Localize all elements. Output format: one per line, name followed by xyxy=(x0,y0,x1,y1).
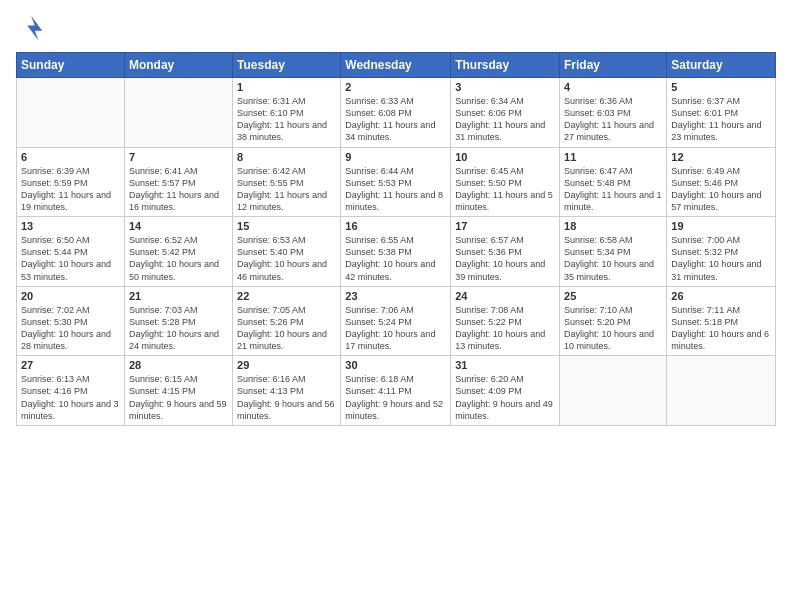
day-info: Sunrise: 7:08 AM Sunset: 5:22 PM Dayligh… xyxy=(455,304,555,353)
day-info: Sunrise: 6:34 AM Sunset: 6:06 PM Dayligh… xyxy=(455,95,555,144)
calendar-cell xyxy=(17,78,125,148)
day-number: 9 xyxy=(345,151,446,163)
day-info: Sunrise: 6:33 AM Sunset: 6:08 PM Dayligh… xyxy=(345,95,446,144)
calendar-week-1: 6Sunrise: 6:39 AM Sunset: 5:59 PM Daylig… xyxy=(17,147,776,217)
page: SundayMondayTuesdayWednesdayThursdayFrid… xyxy=(0,0,792,612)
day-info: Sunrise: 6:47 AM Sunset: 5:48 PM Dayligh… xyxy=(564,165,662,214)
day-number: 21 xyxy=(129,290,228,302)
logo-icon xyxy=(16,12,46,42)
day-number: 24 xyxy=(455,290,555,302)
calendar-header-sunday: Sunday xyxy=(17,53,125,78)
calendar-cell: 28Sunrise: 6:15 AM Sunset: 4:15 PM Dayli… xyxy=(124,356,232,426)
day-info: Sunrise: 6:37 AM Sunset: 6:01 PM Dayligh… xyxy=(671,95,771,144)
day-number: 27 xyxy=(21,359,120,371)
calendar-cell: 24Sunrise: 7:08 AM Sunset: 5:22 PM Dayli… xyxy=(451,286,560,356)
day-number: 10 xyxy=(455,151,555,163)
calendar-cell: 2Sunrise: 6:33 AM Sunset: 6:08 PM Daylig… xyxy=(341,78,451,148)
calendar-week-4: 27Sunrise: 6:13 AM Sunset: 4:16 PM Dayli… xyxy=(17,356,776,426)
day-info: Sunrise: 6:58 AM Sunset: 5:34 PM Dayligh… xyxy=(564,234,662,283)
day-number: 13 xyxy=(21,220,120,232)
day-number: 14 xyxy=(129,220,228,232)
calendar-cell: 25Sunrise: 7:10 AM Sunset: 5:20 PM Dayli… xyxy=(560,286,667,356)
day-info: Sunrise: 6:31 AM Sunset: 6:10 PM Dayligh… xyxy=(237,95,336,144)
day-number: 4 xyxy=(564,81,662,93)
calendar: SundayMondayTuesdayWednesdayThursdayFrid… xyxy=(16,52,776,426)
calendar-header-tuesday: Tuesday xyxy=(233,53,341,78)
calendar-cell: 5Sunrise: 6:37 AM Sunset: 6:01 PM Daylig… xyxy=(667,78,776,148)
calendar-cell: 13Sunrise: 6:50 AM Sunset: 5:44 PM Dayli… xyxy=(17,217,125,287)
calendar-cell: 19Sunrise: 7:00 AM Sunset: 5:32 PM Dayli… xyxy=(667,217,776,287)
day-number: 25 xyxy=(564,290,662,302)
day-info: Sunrise: 7:02 AM Sunset: 5:30 PM Dayligh… xyxy=(21,304,120,353)
calendar-cell: 30Sunrise: 6:18 AM Sunset: 4:11 PM Dayli… xyxy=(341,356,451,426)
day-info: Sunrise: 6:20 AM Sunset: 4:09 PM Dayligh… xyxy=(455,373,555,422)
calendar-cell: 27Sunrise: 6:13 AM Sunset: 4:16 PM Dayli… xyxy=(17,356,125,426)
calendar-cell: 16Sunrise: 6:55 AM Sunset: 5:38 PM Dayli… xyxy=(341,217,451,287)
day-info: Sunrise: 7:11 AM Sunset: 5:18 PM Dayligh… xyxy=(671,304,771,353)
day-number: 26 xyxy=(671,290,771,302)
calendar-cell: 20Sunrise: 7:02 AM Sunset: 5:30 PM Dayli… xyxy=(17,286,125,356)
day-info: Sunrise: 6:52 AM Sunset: 5:42 PM Dayligh… xyxy=(129,234,228,283)
calendar-cell: 14Sunrise: 6:52 AM Sunset: 5:42 PM Dayli… xyxy=(124,217,232,287)
day-info: Sunrise: 6:55 AM Sunset: 5:38 PM Dayligh… xyxy=(345,234,446,283)
day-number: 6 xyxy=(21,151,120,163)
day-info: Sunrise: 7:10 AM Sunset: 5:20 PM Dayligh… xyxy=(564,304,662,353)
calendar-cell: 23Sunrise: 7:06 AM Sunset: 5:24 PM Dayli… xyxy=(341,286,451,356)
day-number: 18 xyxy=(564,220,662,232)
day-number: 11 xyxy=(564,151,662,163)
day-number: 5 xyxy=(671,81,771,93)
calendar-cell: 1Sunrise: 6:31 AM Sunset: 6:10 PM Daylig… xyxy=(233,78,341,148)
calendar-cell: 8Sunrise: 6:42 AM Sunset: 5:55 PM Daylig… xyxy=(233,147,341,217)
calendar-header-friday: Friday xyxy=(560,53,667,78)
day-number: 16 xyxy=(345,220,446,232)
calendar-cell: 18Sunrise: 6:58 AM Sunset: 5:34 PM Dayli… xyxy=(560,217,667,287)
day-number: 30 xyxy=(345,359,446,371)
calendar-cell: 15Sunrise: 6:53 AM Sunset: 5:40 PM Dayli… xyxy=(233,217,341,287)
calendar-cell: 7Sunrise: 6:41 AM Sunset: 5:57 PM Daylig… xyxy=(124,147,232,217)
day-info: Sunrise: 6:15 AM Sunset: 4:15 PM Dayligh… xyxy=(129,373,228,422)
day-info: Sunrise: 6:57 AM Sunset: 5:36 PM Dayligh… xyxy=(455,234,555,283)
calendar-cell: 31Sunrise: 6:20 AM Sunset: 4:09 PM Dayli… xyxy=(451,356,560,426)
day-number: 23 xyxy=(345,290,446,302)
day-number: 1 xyxy=(237,81,336,93)
day-number: 19 xyxy=(671,220,771,232)
calendar-header-wednesday: Wednesday xyxy=(341,53,451,78)
calendar-cell: 22Sunrise: 7:05 AM Sunset: 5:26 PM Dayli… xyxy=(233,286,341,356)
day-info: Sunrise: 6:13 AM Sunset: 4:16 PM Dayligh… xyxy=(21,373,120,422)
day-number: 20 xyxy=(21,290,120,302)
day-info: Sunrise: 6:50 AM Sunset: 5:44 PM Dayligh… xyxy=(21,234,120,283)
day-info: Sunrise: 6:53 AM Sunset: 5:40 PM Dayligh… xyxy=(237,234,336,283)
day-info: Sunrise: 7:06 AM Sunset: 5:24 PM Dayligh… xyxy=(345,304,446,353)
day-number: 22 xyxy=(237,290,336,302)
day-info: Sunrise: 6:41 AM Sunset: 5:57 PM Dayligh… xyxy=(129,165,228,214)
calendar-header-row: SundayMondayTuesdayWednesdayThursdayFrid… xyxy=(17,53,776,78)
day-info: Sunrise: 6:42 AM Sunset: 5:55 PM Dayligh… xyxy=(237,165,336,214)
calendar-cell: 26Sunrise: 7:11 AM Sunset: 5:18 PM Dayli… xyxy=(667,286,776,356)
day-info: Sunrise: 7:00 AM Sunset: 5:32 PM Dayligh… xyxy=(671,234,771,283)
day-number: 15 xyxy=(237,220,336,232)
calendar-cell: 4Sunrise: 6:36 AM Sunset: 6:03 PM Daylig… xyxy=(560,78,667,148)
day-number: 8 xyxy=(237,151,336,163)
calendar-cell: 12Sunrise: 6:49 AM Sunset: 5:46 PM Dayli… xyxy=(667,147,776,217)
day-info: Sunrise: 6:36 AM Sunset: 6:03 PM Dayligh… xyxy=(564,95,662,144)
day-number: 29 xyxy=(237,359,336,371)
calendar-cell: 21Sunrise: 7:03 AM Sunset: 5:28 PM Dayli… xyxy=(124,286,232,356)
calendar-header-saturday: Saturday xyxy=(667,53,776,78)
day-info: Sunrise: 7:05 AM Sunset: 5:26 PM Dayligh… xyxy=(237,304,336,353)
day-number: 28 xyxy=(129,359,228,371)
calendar-cell: 3Sunrise: 6:34 AM Sunset: 6:06 PM Daylig… xyxy=(451,78,560,148)
calendar-cell xyxy=(124,78,232,148)
day-info: Sunrise: 6:18 AM Sunset: 4:11 PM Dayligh… xyxy=(345,373,446,422)
day-number: 2 xyxy=(345,81,446,93)
calendar-cell: 9Sunrise: 6:44 AM Sunset: 5:53 PM Daylig… xyxy=(341,147,451,217)
calendar-week-0: 1Sunrise: 6:31 AM Sunset: 6:10 PM Daylig… xyxy=(17,78,776,148)
calendar-cell: 10Sunrise: 6:45 AM Sunset: 5:50 PM Dayli… xyxy=(451,147,560,217)
calendar-cell: 6Sunrise: 6:39 AM Sunset: 5:59 PM Daylig… xyxy=(17,147,125,217)
svg-marker-0 xyxy=(27,16,42,41)
calendar-week-2: 13Sunrise: 6:50 AM Sunset: 5:44 PM Dayli… xyxy=(17,217,776,287)
day-info: Sunrise: 6:16 AM Sunset: 4:13 PM Dayligh… xyxy=(237,373,336,422)
header xyxy=(16,12,776,42)
day-info: Sunrise: 6:44 AM Sunset: 5:53 PM Dayligh… xyxy=(345,165,446,214)
calendar-cell: 11Sunrise: 6:47 AM Sunset: 5:48 PM Dayli… xyxy=(560,147,667,217)
calendar-cell xyxy=(667,356,776,426)
